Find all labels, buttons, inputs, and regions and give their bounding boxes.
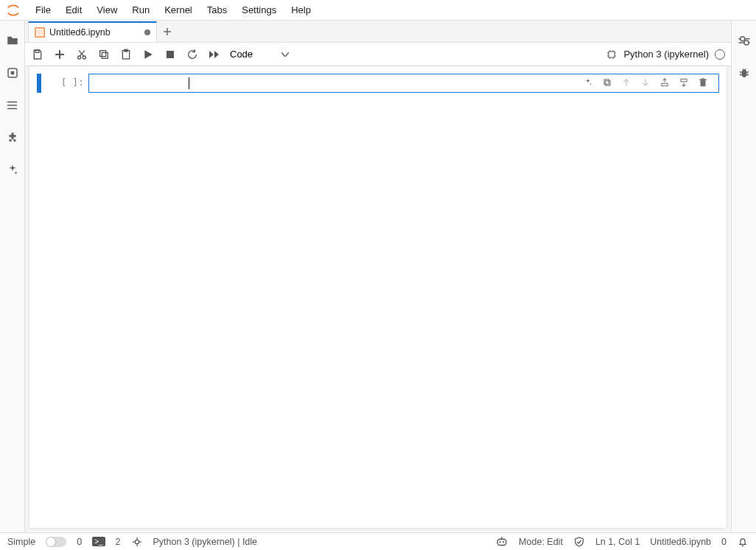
svg-point-16 (83, 56, 85, 59)
save-icon[interactable] (31, 48, 44, 61)
insert-above-icon[interactable] (659, 77, 671, 88)
menu-help[interactable]: Help (284, 1, 318, 18)
move-up-icon[interactable] (620, 77, 632, 88)
svg-line-56 (746, 72, 748, 73)
open-tabs-count[interactable]: 0 (77, 537, 82, 547)
svg-point-48 (740, 37, 744, 41)
menu-kernel[interactable]: Kernel (157, 1, 200, 18)
files-icon[interactable] (6, 34, 19, 47)
cut-icon[interactable] (75, 48, 88, 61)
svg-rect-27 (609, 52, 615, 57)
move-down-icon[interactable] (640, 77, 651, 88)
delete-cell-icon[interactable] (697, 77, 709, 88)
menu-run[interactable]: Run (125, 1, 157, 18)
menu-tabs[interactable]: Tabs (200, 1, 234, 18)
tab-title: Untitled6.ipynb (49, 27, 111, 38)
simple-mode-label: Simple (7, 537, 35, 547)
cell-exec-indicator (37, 74, 41, 93)
menu-bar: File Edit View Run Kernel Tabs Settings … (0, 0, 756, 21)
svg-rect-37 (606, 81, 610, 85)
svg-marker-25 (209, 51, 214, 58)
kernel-name: Python 3 (ipykernel) (623, 49, 709, 60)
add-cell-icon[interactable] (53, 48, 66, 61)
svg-line-55 (740, 72, 741, 73)
property-inspector-icon[interactable] (738, 34, 751, 47)
status-filename[interactable]: Untitled6.ipynb (650, 537, 711, 547)
svg-line-18 (79, 50, 84, 55)
svg-rect-24 (167, 51, 174, 58)
svg-rect-20 (100, 50, 106, 56)
svg-line-17 (80, 50, 85, 55)
svg-marker-26 (214, 51, 219, 58)
terminals-count[interactable]: 2 (116, 537, 121, 547)
lsp-icon[interactable] (131, 536, 143, 548)
left-activity-bar (0, 21, 25, 532)
new-tab-button[interactable] (157, 21, 178, 42)
text-cursor-icon (189, 77, 189, 89)
svg-rect-1 (10, 71, 14, 75)
run-icon[interactable] (141, 48, 155, 61)
svg-marker-23 (144, 50, 153, 59)
menu-edit[interactable]: Edit (58, 1, 89, 18)
svg-point-36 (590, 84, 592, 85)
svg-point-54 (741, 70, 747, 78)
fast-forward-icon[interactable] (208, 48, 221, 61)
svg-line-57 (740, 74, 741, 75)
trusted-icon[interactable] (573, 536, 585, 548)
svg-point-67 (500, 540, 501, 542)
svg-point-49 (744, 40, 749, 45)
notebook-icon (35, 27, 45, 38)
tab-untitled6[interactable]: Untitled6.ipynb (28, 21, 157, 42)
notebook-toolbar: Code Markdown Raw Python 3 (ipykernel) (25, 43, 731, 66)
svg-point-7 (7, 108, 8, 110)
notification-count[interactable]: 0 (721, 537, 727, 547)
svg-point-61 (135, 540, 139, 543)
insert-below-icon[interactable] (678, 77, 690, 88)
kernel-status-text[interactable]: Python 3 (ipykernel) | Idle (153, 537, 258, 547)
extensions-icon[interactable] (6, 131, 19, 144)
paste-icon[interactable] (119, 48, 133, 61)
svg-rect-66 (497, 539, 506, 545)
debugger-icon[interactable] (738, 66, 751, 80)
terminal-icon[interactable]: >_ (92, 537, 105, 546)
status-bar: Simple 0 >_ 2 Python 3 (ipykernel) | Idl… (0, 532, 756, 550)
toc-icon[interactable] (6, 99, 19, 112)
svg-rect-47 (701, 78, 704, 79)
svg-line-60 (744, 69, 746, 71)
svg-line-58 (746, 74, 748, 75)
running-icon[interactable] (6, 66, 19, 80)
svg-rect-45 (701, 80, 706, 86)
copy-icon[interactable] (97, 48, 111, 61)
ai-assist-icon[interactable] (582, 77, 594, 88)
svg-line-59 (742, 69, 743, 71)
ai-sparkle-icon[interactable] (6, 163, 19, 177)
restart-icon[interactable] (186, 48, 199, 61)
cell-type-select[interactable]: Code Markdown Raw (230, 49, 289, 60)
notebook-body: [ ]: (29, 66, 727, 528)
unsaved-indicator-icon (144, 29, 150, 35)
jupyter-logo-icon (6, 3, 21, 18)
code-cell[interactable]: [ ]: (37, 74, 719, 93)
tab-bar: Untitled6.ipynb (25, 21, 731, 43)
svg-rect-19 (102, 52, 108, 58)
svg-point-6 (7, 105, 8, 106)
menu-file[interactable]: File (28, 1, 58, 18)
copilot-icon[interactable] (495, 535, 508, 549)
menu-view[interactable]: View (89, 1, 125, 18)
stop-icon[interactable] (164, 48, 177, 61)
bell-icon[interactable] (737, 536, 749, 548)
cell-prompt: [ ]: (50, 74, 88, 88)
kernel-chip-icon (606, 49, 617, 60)
kernel-indicator[interactable]: Python 3 (ipykernel) (606, 49, 725, 60)
svg-point-68 (503, 540, 504, 542)
duplicate-cell-icon[interactable] (601, 77, 613, 88)
svg-rect-46 (699, 79, 706, 80)
kernel-status-circle-icon (715, 49, 725, 60)
mode-status[interactable]: Mode: Edit (519, 537, 563, 547)
right-activity-bar (731, 21, 756, 532)
menu-settings[interactable]: Settings (234, 1, 284, 18)
svg-rect-38 (604, 80, 609, 84)
cursor-position[interactable]: Ln 1, Col 1 (595, 537, 640, 547)
svg-rect-9 (37, 29, 43, 36)
simple-mode-toggle[interactable] (46, 537, 66, 547)
